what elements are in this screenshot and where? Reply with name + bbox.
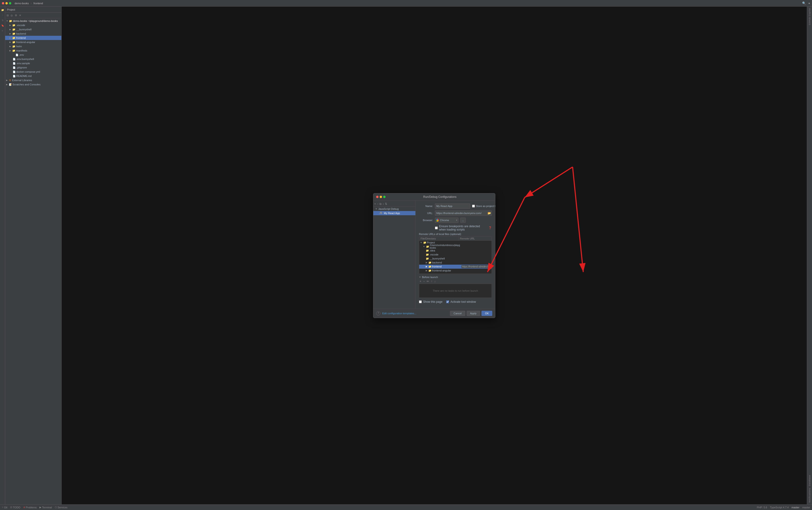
svg-line-3 [573, 167, 583, 272]
dialog-min-btn[interactable] [380, 196, 382, 198]
edit-config-link[interactable]: Edit configuration templates... [382, 312, 416, 315]
panel-title: Project [7, 8, 15, 11]
remote-url-input-frontend[interactable] [461, 265, 491, 268]
config-section-label: JavaScript Debug [378, 207, 399, 210]
table-row-idea[interactable]: 📁 .idea [419, 249, 491, 253]
edit-task-btn[interactable]: ✏ [426, 280, 430, 283]
name-input[interactable] [435, 203, 470, 209]
project-rail-icon[interactable]: 📁 [1, 8, 4, 12]
cancel-button[interactable]: Cancel [450, 311, 465, 316]
tree-item-vscode[interactable]: ▶ 📁 .vscode [5, 23, 61, 27]
config-item-my-react-app[interactable]: JS My React App [373, 211, 415, 215]
tree-item-external-libs[interactable]: ▶ ⚙ External Libraries [5, 78, 61, 82]
tree-item-scratches[interactable]: ▶ 📝 Scratches and Consoles [5, 82, 61, 87]
show-page-checkbox[interactable] [419, 301, 422, 303]
tree-item-frontend[interactable]: ▶ 📁 frontend [5, 36, 61, 40]
close-button[interactable] [2, 2, 4, 4]
add-config-icon[interactable]: + [374, 202, 376, 206]
terminal-bottom-btn[interactable]: ▶ Terminal [39, 506, 52, 509]
problems-bottom-btn[interactable]: ⊘ Problems [23, 506, 37, 509]
activate-window-checkbox[interactable] [446, 301, 449, 303]
copilot-icon[interactable]: ● [808, 1, 810, 5]
ensure-bp-row: Ensure breakpoints are detected when loa… [419, 225, 492, 231]
name-row: Name: Store as project file ℹ [419, 203, 492, 209]
remote-table: File/Directory Remote URL ▼ 📁 [419, 236, 492, 274]
maximize-button[interactable] [9, 2, 11, 4]
file-tree: ▼ 📁 demo-books ~/playground/demo-books ▶… [5, 18, 61, 504]
browser-select[interactable]: Chrome ▾ [435, 218, 458, 223]
table-row-frontend[interactable]: ▶ 📁 frontend [419, 265, 491, 268]
store-checkbox[interactable] [472, 205, 475, 207]
ok-button[interactable]: OK [481, 311, 492, 316]
move-up-task-btn[interactable]: ↑ [430, 280, 433, 283]
tree-item-env-bunnyshell[interactable]: 📄 .env.bunnyshell [5, 57, 61, 61]
minimize-button[interactable] [5, 2, 8, 4]
dialog-max-btn[interactable] [383, 196, 386, 198]
table-row-backend[interactable]: ▶ 📁 backend [419, 261, 491, 265]
dialog-title-bar: Run/Debug Configurations [373, 193, 495, 201]
close-panel-icon[interactable]: ✕ [19, 13, 22, 18]
structure-rail-icon[interactable]: ≡ [1, 29, 4, 32]
footer-right: Cancel Apply OK [450, 311, 492, 316]
tree-root[interactable]: ▼ 📁 demo-books ~/playground/demo-books [5, 19, 61, 23]
remote-url-col: Remote URL [458, 237, 491, 240]
tree-item-helm[interactable]: ▶ 📁 helm [5, 44, 61, 49]
tree-item-manifests[interactable]: ▶ 📁 manifests [5, 49, 61, 53]
remove-task-btn[interactable]: − [422, 280, 425, 283]
config-form: Name: Store as project file ℹ URL: [416, 201, 495, 309]
services-label: Services [58, 506, 67, 509]
bookmarks-rail-icon[interactable]: 🔖 [1, 24, 4, 27]
before-launch-collapse-icon[interactable]: ▼ [419, 276, 421, 278]
dialog-body: + − ⧉ ↕ ⇅ ▼ JavaScript Debug JS [373, 201, 495, 309]
before-launch-toolbar: + − ✏ ↑ ↓ [419, 280, 492, 283]
services-bottom-btn[interactable]: ⬡ Services [55, 506, 67, 509]
bottom-bar: ⑂ Git ☑ TODO ⊘ Problems ▶ Terminal ⬡ Ser… [0, 504, 812, 510]
tree-item-env-sample[interactable]: 📄 .env.sample [5, 61, 61, 65]
locate-file-icon[interactable]: ◎ [10, 13, 13, 18]
collapse-all-icon[interactable]: ⊟ [6, 13, 9, 18]
tree-item-gitignore[interactable]: 📄 .gitignore [5, 65, 61, 69]
table-row-helm[interactable]: ▶ 📁 helm [419, 273, 491, 274]
url-row: URL: 📂 [419, 210, 492, 216]
todo-bottom-btn[interactable]: ☑ TODO [10, 506, 21, 509]
help-button[interactable]: ? [376, 311, 380, 315]
sort-config-icon[interactable]: ⇅ [385, 202, 387, 206]
browser-more-btn[interactable]: ... [460, 218, 466, 223]
table-row-users-path[interactable]: ▼ 📁 /Users/sorindumitrescu/playground/de… [419, 245, 491, 249]
external-libraries-label: External Libraries [12, 79, 32, 82]
services-icon: ⬡ [55, 506, 57, 509]
panel-toolbar: ⊟ ◎ ⚙ ✕ [5, 13, 61, 18]
tree-item-env[interactable]: 📄 .env [5, 53, 61, 57]
add-task-btn[interactable]: + [419, 280, 422, 283]
tree-item-bunnyshell[interactable]: ▶ 📁 __bunnyshell [5, 27, 61, 31]
tree-item-docker-compose[interactable]: 📄 docker-compose.yml [5, 69, 61, 74]
ts-version: TypeScript 4.7.4 [770, 506, 789, 509]
name-label: Name: [419, 205, 433, 207]
move-down-task-btn[interactable]: ↓ [433, 280, 436, 283]
tree-item-readme[interactable]: 📄 README.md [5, 74, 61, 78]
dialog-close-btn[interactable] [376, 196, 379, 198]
url-input[interactable] [435, 210, 492, 216]
remote-urls-label: Remote URLs of local files (optional): [419, 233, 492, 235]
url-folder-icon[interactable]: 📂 [488, 211, 491, 215]
table-row-bunnyshell[interactable]: 📁 __bunnyshell [419, 257, 491, 261]
tree-item-frontend-angular[interactable]: ▶ 📁 frontend-angular [5, 40, 61, 44]
search-icon[interactable]: 🔍 [802, 1, 806, 5]
footer-options: Show this page Activate tool window [419, 300, 492, 306]
commit-rail-icon[interactable]: ↑ [1, 13, 4, 17]
ide-body: 📁 ↑ ⇅ 🔖 ≡ Project ⊟ ◎ ⚙ ✕ ▼ 📁 demo-books… [0, 7, 812, 504]
ensure-bp-checkbox[interactable] [435, 227, 438, 229]
remove-config-icon[interactable]: − [377, 202, 379, 206]
gear-icon[interactable]: ⚙ [14, 13, 18, 18]
table-row-vscode[interactable]: 📁 .vscode [419, 253, 491, 257]
move-config-icon[interactable]: ↕ [383, 202, 384, 206]
problems-icon: ⊘ [23, 506, 25, 509]
table-row-frontend-angular[interactable]: ▶ 📁 frontend-angular [419, 268, 491, 273]
copy-config-icon[interactable]: ⧉ [380, 202, 382, 206]
tree-item-backend[interactable]: ▶ 📁 backend [5, 31, 61, 36]
apply-button[interactable]: Apply [467, 311, 480, 316]
git-branch-name[interactable]: master [802, 506, 810, 509]
run-debug-dialog: Run/Debug Configurations + − ⧉ ↕ ⇅ [373, 193, 495, 318]
pull-requests-rail-icon[interactable]: ⇅ [1, 18, 4, 22]
git-bottom-btn[interactable]: ⑂ Git [2, 506, 7, 509]
